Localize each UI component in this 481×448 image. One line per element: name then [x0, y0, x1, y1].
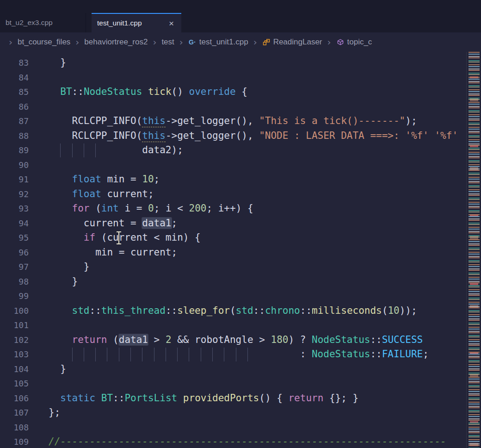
line-number[interactable]: 85 [0, 85, 29, 100]
code-token: }; [49, 407, 60, 418]
code-token [49, 203, 72, 214]
line-number[interactable]: 96 [0, 245, 29, 260]
breadcrumb-item[interactable]: test [161, 37, 174, 47]
line-number[interactable]: 86 [0, 100, 29, 114]
line-number[interactable]: 95 [0, 230, 29, 245]
line-number[interactable]: 107 [0, 405, 29, 420]
code-line[interactable]: 108 [0, 420, 466, 435]
code-token: ; [172, 218, 178, 229]
code-line[interactable]: 107}; [0, 405, 466, 420]
line-number[interactable]: 91 [0, 172, 29, 187]
field-icon [336, 38, 345, 46]
code-line[interactable]: 95 if (current < min) { [0, 230, 466, 245]
code-token: this_thread [101, 305, 166, 316]
close-icon[interactable]: × [167, 18, 176, 29]
breadcrumb-item[interactable]: behaviortree_ros2 [84, 37, 148, 47]
breadcrumb-item[interactable]: bt_course_files [18, 37, 70, 47]
breadcrumb-item[interactable]: topic_c [336, 37, 372, 47]
line-number[interactable]: 106 [0, 391, 29, 406]
indent-guide-icon [60, 143, 61, 157]
code-lines[interactable]: 83 }8485 BT::NodeStatus tick() override … [0, 52, 466, 448]
line-number[interactable]: 102 [0, 333, 29, 348]
code-line[interactable]: 102 return (data1 > 2 && robotAngle > 18… [0, 333, 466, 348]
line-number[interactable]: 93 [0, 201, 29, 216]
tab-bt-u2-ex3[interactable]: bt_u2_ex3.cpp [0, 13, 86, 32]
code-token: NodeStatus [84, 86, 142, 97]
code-line[interactable]: 93 for (int i = 0; i < 200; i++) { [0, 201, 466, 216]
code-line[interactable]: 104 } [0, 362, 466, 377]
line-number[interactable]: 108 [0, 420, 29, 435]
line-number[interactable]: 105 [0, 376, 29, 391]
code-line[interactable]: 99 [0, 289, 466, 304]
cpp-file-icon: G· [188, 38, 197, 46]
code-token [49, 174, 72, 185]
code-line[interactable]: 98 } [0, 274, 466, 289]
code-token: ; i++) { [206, 203, 253, 214]
code-line[interactable]: 89 data2); [0, 143, 466, 158]
indent-guide-icon [189, 348, 189, 361]
code-token: () { [259, 392, 288, 404]
code-line[interactable]: 101 [0, 318, 466, 333]
line-number[interactable]: 90 [0, 158, 29, 173]
code-token: std [236, 305, 253, 316]
code-line[interactable]: 105 [0, 376, 466, 391]
code-token: ( [382, 305, 388, 316]
line-number[interactable]: 100 [0, 304, 29, 318]
line-number[interactable]: 101 [0, 318, 29, 333]
code-line[interactable]: 88 RCLCPP_INFO(this->get_logger(), "NODE… [0, 129, 466, 143]
breadcrumb: ›bt_course_files›behaviortree_ros2›test›… [0, 32, 481, 52]
code-token [49, 334, 72, 345]
code-line[interactable]: 96 min = current; [0, 245, 466, 260]
indent-guide-icon [107, 348, 107, 361]
minimap[interactable] [466, 52, 481, 448]
code-line[interactable]: 84 [0, 70, 466, 85]
code-line[interactable]: 109//-----------------------------------… [0, 435, 466, 448]
code-line[interactable]: 106 static BT::PortsList providedPorts()… [0, 391, 466, 406]
code-token [49, 232, 84, 243]
code-line[interactable]: 97 } [0, 260, 466, 274]
line-number[interactable]: 89 [0, 143, 29, 158]
code-line[interactable]: 94 current = data1; [0, 216, 466, 231]
code-token: for [72, 203, 90, 214]
code-line[interactable]: 103 : NodeStatus::FAILURE; [0, 347, 466, 362]
code-line[interactable]: 85 BT::NodeStatus tick() override { [0, 85, 466, 100]
line-number[interactable]: 103 [0, 347, 29, 362]
line-number[interactable]: 98 [0, 274, 29, 289]
code-line[interactable]: 86 [0, 100, 466, 114]
code-token: {}; } [323, 392, 358, 404]
line-number[interactable]: 83 [0, 56, 29, 70]
code-line[interactable]: 90 [0, 158, 466, 173]
editor-surface[interactable]: 83 }8485 BT::NodeStatus tick() override … [0, 52, 481, 448]
code-token [49, 86, 60, 97]
breadcrumb-label: bt_course_files [18, 37, 70, 47]
line-number[interactable]: 109 [0, 435, 29, 448]
code-token: } [49, 363, 66, 374]
line-number[interactable]: 94 [0, 216, 29, 231]
tab-test-unit1[interactable]: test_unit1.cpp × [92, 13, 181, 32]
breadcrumb-item[interactable]: ReadingLaser [262, 37, 322, 47]
line-number[interactable]: 99 [0, 289, 29, 304]
code-text: static BT::PortsList providedPorts() { r… [49, 391, 358, 406]
code-token: 0 [148, 203, 154, 214]
code-line[interactable]: 91 float min = 10; [0, 172, 466, 187]
indent-guide-icon [84, 348, 84, 361]
code-token: :: [113, 392, 124, 404]
code-line[interactable]: 92 float current; [0, 187, 466, 202]
code-token: FAILURE [382, 348, 423, 360]
code-line[interactable]: 87 RCLCPP_INFO(this->get_logger(), "This… [0, 114, 466, 129]
code-token: :: [72, 86, 84, 97]
line-number[interactable]: 104 [0, 362, 29, 377]
line-number[interactable]: 97 [0, 260, 29, 274]
code-token: "This is a tick()-------" [259, 115, 405, 126]
code-line[interactable]: 100 std::this_thread::sleep_for(std::chr… [0, 304, 466, 318]
code-line[interactable]: 83 } [0, 56, 466, 70]
code-token: sleep_for [177, 305, 230, 316]
breadcrumb-item[interactable]: G·test_unit1.cpp [188, 37, 248, 47]
line-number[interactable]: 84 [0, 70, 29, 85]
code-token: static [60, 392, 95, 404]
line-number[interactable]: 92 [0, 187, 29, 202]
line-number[interactable]: 88 [0, 129, 29, 143]
indent-guide-icon [130, 348, 131, 361]
line-number[interactable]: 87 [0, 114, 29, 129]
chevron-right-icon: › [179, 37, 183, 48]
